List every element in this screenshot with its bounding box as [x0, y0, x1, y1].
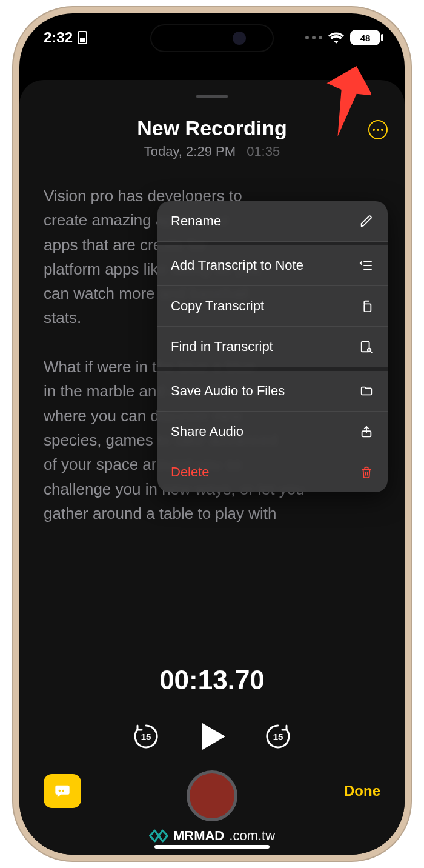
- menu-rename[interactable]: Rename: [157, 201, 388, 242]
- watermark: MRMAD.com.tw: [19, 828, 405, 844]
- dynamic-island: [151, 25, 273, 51]
- more-options-button[interactable]: [368, 120, 388, 139]
- svg-text:15: 15: [141, 732, 151, 742]
- wifi-icon: [328, 32, 344, 44]
- menu-label: Add Transcript to Note: [171, 258, 303, 273]
- options-menu: Rename Add Transcript to Note Copy Trans…: [157, 201, 388, 492]
- menu-add-to-note[interactable]: Add Transcript to Note: [157, 242, 388, 286]
- recording-duration: 01:35: [247, 144, 280, 159]
- folder-icon: [359, 383, 374, 399]
- phone-frame: 2:32 48 New Recording To: [12, 6, 412, 862]
- menu-share-audio[interactable]: Share Audio: [157, 412, 388, 452]
- watermark-brand: MRMAD: [173, 828, 224, 844]
- sheet-grabber[interactable]: [196, 95, 228, 98]
- battery-indicator: 48: [350, 30, 380, 45]
- share-icon: [359, 424, 374, 439]
- watermark-logo-icon: [149, 829, 168, 843]
- menu-label: Copy Transcript: [171, 298, 264, 314]
- svg-rect-0: [364, 304, 371, 312]
- status-more-icon: [305, 36, 322, 39]
- sim-card-icon: [78, 31, 87, 44]
- recording-sheet: New Recording Today, 2:29 PM 01:35 Visio…: [19, 80, 405, 855]
- status-time: 2:32: [44, 29, 73, 46]
- menu-copy-transcript[interactable]: Copy Transcript: [157, 286, 388, 327]
- recording-header: New Recording Today, 2:29 PM 01:35: [19, 116, 405, 159]
- menu-save-audio[interactable]: Save Audio to Files: [157, 367, 388, 412]
- trash-icon: [359, 464, 374, 480]
- menu-find-in-transcript[interactable]: Find in Transcript: [157, 327, 388, 367]
- svg-text:15: 15: [273, 732, 283, 742]
- play-button[interactable]: [194, 718, 230, 755]
- skip-forward-15-button[interactable]: 15: [263, 722, 293, 751]
- home-indicator[interactable]: [154, 845, 270, 849]
- pencil-icon: [359, 213, 374, 229]
- recording-subtitle: Today, 2:29 PM 01:35: [44, 144, 380, 159]
- copy-icon: [359, 298, 374, 314]
- playback-timecode: 00:13.70: [19, 665, 405, 695]
- find-icon: [359, 339, 374, 355]
- phone-screen: 2:32 48 New Recording To: [19, 13, 405, 855]
- playback-controls: 00:13.70 15 15: [19, 665, 405, 755]
- menu-label: Rename: [171, 213, 221, 229]
- menu-delete[interactable]: Delete: [157, 452, 388, 492]
- note-add-icon: [359, 258, 374, 273]
- watermark-domain: .com.tw: [229, 828, 275, 844]
- menu-label: Delete: [171, 464, 210, 480]
- menu-label: Save Audio to Files: [171, 383, 285, 399]
- record-button[interactable]: [187, 770, 237, 821]
- bottom-toolbar: Done: [19, 761, 405, 821]
- transcript-chat-button[interactable]: [44, 774, 81, 808]
- skip-back-15-button[interactable]: 15: [131, 722, 161, 751]
- recording-date: Today, 2:29 PM: [144, 144, 236, 159]
- menu-label: Find in Transcript: [171, 339, 273, 355]
- menu-label: Share Audio: [171, 424, 243, 439]
- done-button[interactable]: Done: [344, 783, 380, 800]
- recording-title: New Recording: [44, 116, 380, 140]
